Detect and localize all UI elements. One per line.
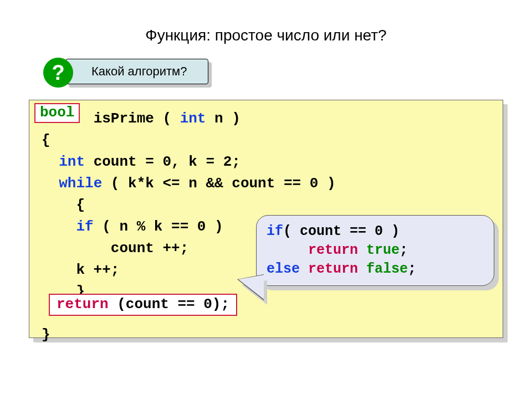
code-line-11: } [42, 326, 50, 343]
return-keyword: return [57, 296, 109, 313]
speech-bubble: if( count == 0 ) return true; else retur… [256, 215, 494, 286]
code-line-8: k ++; [42, 262, 119, 278]
code-line-7: count ++; [42, 240, 188, 257]
slide: Функция: простое число или нет? Какой ал… [0, 0, 532, 399]
code-line-4: while ( k*k <= n && count == 0 ) [42, 175, 336, 192]
return-badge: return (count == 0); [49, 294, 237, 316]
bubble-tail [238, 275, 264, 299]
page-title: Функция: простое число или нет? [0, 27, 532, 44]
question-mark-icon: ? [43, 58, 73, 88]
code-line-3: int count = 0, k = 2; [42, 154, 241, 170]
bool-badge: bool [34, 103, 80, 123]
question-header: Какой алгоритм? ? [43, 59, 209, 85]
bubble-body: if( count == 0 ) return true; else retur… [256, 215, 494, 286]
bubble-line-2: return true; [267, 242, 408, 258]
bubble-line-1: if( count == 0 ) [267, 223, 400, 239]
code-line-6: if ( n % k == 0 ) [42, 218, 223, 235]
bubble-line-3: else return false; [267, 261, 416, 277]
code-line-2: { [42, 132, 50, 149]
code-line-5: { [42, 197, 85, 213]
header-front: Какой алгоритм? [65, 59, 208, 84]
